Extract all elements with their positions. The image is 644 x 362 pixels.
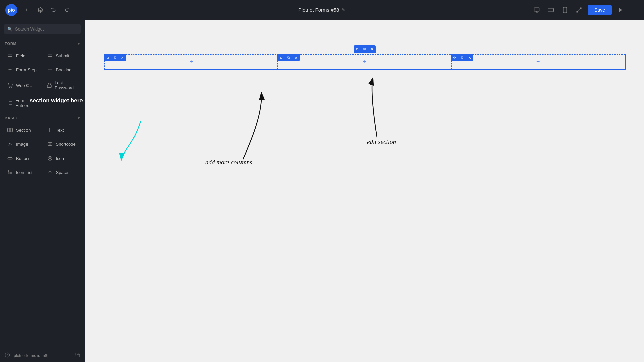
col2-duplicate-btn[interactable]: ⧉ bbox=[285, 54, 292, 61]
section-toolbar: ⚙ ⧉ ✕ bbox=[354, 45, 376, 53]
col1-delete-btn[interactable]: ✕ bbox=[119, 54, 126, 61]
layers-button[interactable] bbox=[35, 5, 46, 15]
sidebar-item-form-entries[interactable]: Form Entries bbox=[3, 95, 42, 111]
svg-rect-4 bbox=[548, 8, 554, 12]
column-2[interactable]: ⚙ ⧉ ✕ ⚙ ⧉ ✕ + bbox=[278, 54, 451, 69]
form-step-icon bbox=[7, 66, 13, 73]
add-button[interactable]: + bbox=[21, 5, 32, 15]
form-step-label: Form Step bbox=[16, 67, 37, 72]
text-label: Text bbox=[56, 128, 64, 133]
svg-rect-1 bbox=[534, 8, 539, 11]
svg-point-14 bbox=[10, 69, 11, 70]
booking-label: Booking bbox=[56, 67, 72, 72]
sidebar-item-text[interactable]: T Text bbox=[43, 124, 82, 136]
col1-duplicate-btn[interactable]: ⧉ bbox=[111, 54, 119, 61]
edit-section-annotation-text: edit section bbox=[367, 138, 396, 145]
sidebar-item-section[interactable]: Section bbox=[3, 124, 42, 136]
col2-add-btn[interactable]: + bbox=[363, 58, 367, 65]
sidebar-item-lost-password[interactable]: Lost Password bbox=[43, 77, 82, 94]
edit-title-icon[interactable]: ✎ bbox=[342, 7, 346, 13]
search-input[interactable] bbox=[15, 26, 77, 32]
save-button[interactable]: Save bbox=[588, 5, 612, 15]
col3-add-btn[interactable]: + bbox=[536, 58, 540, 65]
desktop-view-button[interactable] bbox=[531, 5, 542, 15]
document-title-area: Plotnet Forms #58 ✎ bbox=[298, 7, 346, 13]
submit-icon bbox=[47, 52, 53, 59]
col2-toolbar: ⚙ ⧉ ✕ bbox=[277, 54, 300, 61]
redo-button[interactable] bbox=[62, 5, 72, 15]
svg-point-39 bbox=[8, 171, 9, 172]
tablet-view-button[interactable] bbox=[559, 5, 570, 15]
sidebar-item-field[interactable]: Field bbox=[3, 49, 42, 62]
icon-widget-icon bbox=[47, 155, 53, 162]
svg-point-38 bbox=[49, 158, 51, 159]
logo[interactable]: pio bbox=[5, 4, 17, 16]
sidebar-item-booking[interactable]: Booking bbox=[43, 63, 82, 76]
col1-settings-btn[interactable]: ⚙ bbox=[104, 54, 111, 61]
button-icon bbox=[7, 155, 13, 162]
svg-rect-36 bbox=[8, 157, 12, 159]
image-icon bbox=[7, 141, 13, 147]
search-widget-box[interactable]: 🔍 bbox=[4, 24, 81, 34]
image-label: Image bbox=[16, 142, 28, 147]
sidebar: 🔍 FORM ▾ Field Submit bbox=[0, 20, 85, 362]
svg-rect-29 bbox=[8, 128, 13, 132]
icon-label: Icon bbox=[56, 156, 64, 161]
expand-button[interactable] bbox=[574, 5, 584, 15]
play-button[interactable] bbox=[615, 5, 626, 15]
sidebar-item-shortcode[interactable]: Shortcode bbox=[43, 138, 82, 150]
form-widgets-grid: Field Submit Form Step Booking bbox=[0, 48, 85, 112]
sidebar-item-submit[interactable]: Submit bbox=[43, 49, 82, 62]
canvas-section[interactable]: ⚙ ⧉ ✕ + ⚙ ⧉ ✕ ⚙ ⧉ ✕ + bbox=[104, 54, 626, 70]
svg-rect-11 bbox=[8, 55, 12, 56]
svg-line-8 bbox=[580, 8, 581, 9]
help-icon[interactable] bbox=[5, 352, 10, 359]
section-delete-btn[interactable]: ✕ bbox=[368, 45, 376, 53]
section-label: Section bbox=[16, 128, 31, 133]
svg-line-9 bbox=[577, 10, 578, 12]
col2-delete-btn[interactable]: ✕ bbox=[292, 54, 300, 61]
col3-delete-btn[interactable]: ✕ bbox=[466, 54, 473, 61]
basic-section-label: BASIC bbox=[5, 116, 17, 120]
sidebar-item-button[interactable]: Button bbox=[3, 152, 42, 165]
svg-rect-16 bbox=[48, 68, 52, 72]
col2-settings-btn[interactable]: ⚙ bbox=[277, 54, 285, 61]
form-section-chevron[interactable]: ▾ bbox=[78, 41, 80, 46]
sidebar-item-icon[interactable]: Icon bbox=[43, 152, 82, 165]
topbar-left-icons: + bbox=[21, 5, 72, 15]
booking-icon bbox=[47, 66, 53, 73]
sidebar-item-image[interactable]: Image bbox=[3, 138, 42, 150]
tablet-landscape-view-button[interactable] bbox=[545, 5, 556, 15]
col3-settings-btn[interactable]: ⚙ bbox=[451, 54, 459, 61]
copy-icon[interactable] bbox=[75, 353, 80, 358]
section-settings-btn[interactable]: ⚙ bbox=[354, 45, 361, 53]
form-entries-icon bbox=[7, 100, 13, 106]
canvas-area: ⚙ ⧉ ✕ + ⚙ ⧉ ✕ ⚙ ⧉ ✕ + bbox=[85, 20, 644, 362]
sidebar-item-space[interactable]: Space bbox=[43, 166, 82, 179]
icon-list-label: Icon List bbox=[16, 170, 32, 175]
column-1[interactable]: ⚙ ⧉ ✕ + bbox=[104, 54, 278, 69]
svg-rect-6 bbox=[563, 7, 567, 13]
svg-point-15 bbox=[11, 69, 12, 70]
form-section-header: FORM ▾ bbox=[0, 38, 85, 48]
submit-label: Submit bbox=[56, 53, 69, 58]
column-3[interactable]: ⚙ ⧉ ✕ + bbox=[451, 54, 625, 69]
col3-duplicate-btn[interactable]: ⧉ bbox=[459, 54, 466, 61]
basic-widgets-grid: Section T Text Image Shortcode bbox=[0, 122, 85, 180]
col1-add-btn[interactable]: + bbox=[189, 58, 193, 65]
sidebar-item-form-step[interactable]: Form Step bbox=[3, 63, 42, 76]
form-entries-label: Form Entries bbox=[15, 98, 38, 108]
basic-section-chevron[interactable]: ▾ bbox=[78, 116, 80, 120]
svg-marker-10 bbox=[619, 8, 622, 12]
col1-toolbar: ⚙ ⧉ ✕ bbox=[104, 54, 126, 61]
annotations-overlay: add more columns edit section bbox=[85, 20, 644, 362]
more-options-button[interactable]: ⋮ bbox=[629, 5, 639, 15]
sidebar-item-icon-list[interactable]: Icon List bbox=[3, 166, 42, 179]
lost-password-label: Lost Password bbox=[55, 80, 78, 90]
undo-button[interactable] bbox=[48, 5, 59, 15]
sidebar-item-woo[interactable]: Woo C… bbox=[3, 77, 42, 94]
section-duplicate-btn[interactable]: ⧉ bbox=[361, 45, 368, 53]
main-layout: 🔍 FORM ▾ Field Submit bbox=[0, 20, 644, 362]
add-columns-annotation-text: add more columns bbox=[205, 159, 252, 166]
svg-point-41 bbox=[8, 173, 9, 174]
